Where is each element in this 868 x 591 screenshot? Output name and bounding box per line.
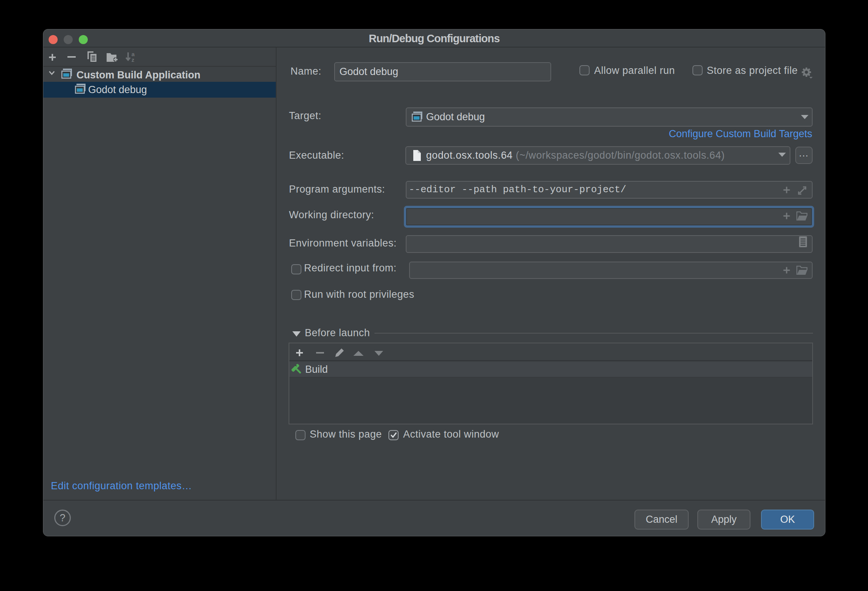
svg-text:z: z [131, 57, 134, 62]
